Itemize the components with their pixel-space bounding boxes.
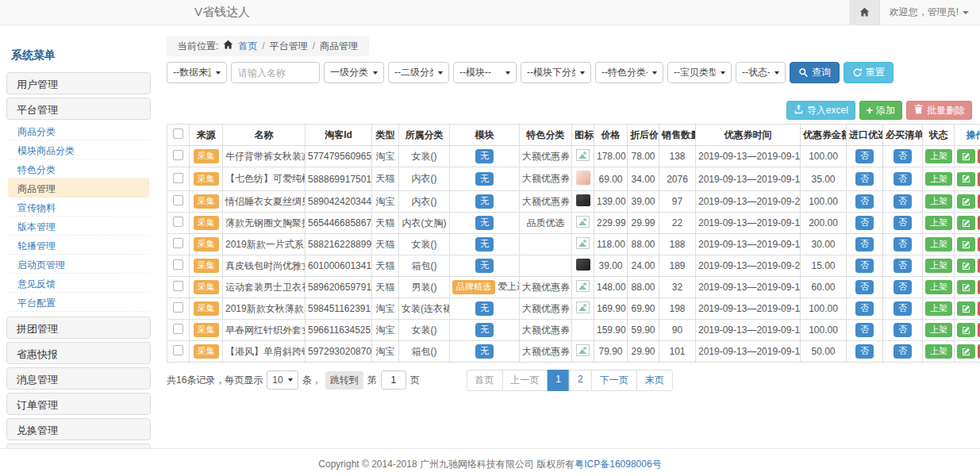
filter-select-feature[interactable]: --特色分类--: [595, 62, 663, 83]
row-checkbox[interactable]: [173, 150, 183, 160]
sidebar-item-version-manage[interactable]: 版本管理: [8, 217, 149, 236]
edit-button[interactable]: [957, 237, 975, 251]
sidebar-item-promo-material[interactable]: 宣传物料: [8, 198, 149, 217]
table-row: 采集【七色纺】可爱纯棉家...588869917501天猫内衣()无大额优惠券6…: [167, 167, 980, 191]
price-cell: 118.00: [594, 234, 628, 255]
row-checkbox[interactable]: [173, 173, 183, 183]
filter-reset-button[interactable]: 重置: [844, 62, 894, 83]
filter-select-status[interactable]: --状态--: [736, 62, 786, 83]
row-checkbox[interactable]: [173, 238, 183, 248]
source-cell: 采集: [190, 146, 223, 167]
must-buy-cell: 否: [883, 341, 923, 363]
page-size-select[interactable]: 10: [267, 370, 298, 390]
filter-name-input[interactable]: [231, 62, 320, 83]
filter-select-cat1[interactable]: 一级分类: [324, 62, 384, 83]
edit-button[interactable]: [957, 301, 975, 316]
filter-select-value: --模块--: [459, 66, 501, 79]
edit-button[interactable]: [957, 323, 975, 337]
add-button[interactable]: +添加: [859, 101, 902, 120]
imported-cell: 否: [847, 341, 883, 363]
row-actions: [957, 259, 980, 273]
row-checkbox[interactable]: [173, 259, 183, 270]
sidebar-group-order[interactable]: 订单管理: [6, 393, 151, 415]
page-1[interactable]: 1: [547, 370, 570, 391]
sidebar-item-feature-category[interactable]: 特色分类: [8, 159, 149, 178]
discount-price-cell: 39.00: [628, 191, 659, 213]
must-buy-badge: 否: [894, 194, 912, 208]
batch-delete-button[interactable]: 批量删除: [906, 101, 972, 120]
sidebar-item-feedback[interactable]: 意见反馈: [8, 274, 149, 293]
page-first[interactable]: 首页: [466, 370, 502, 391]
caret-down-icon: [438, 71, 443, 75]
category-cell: 女装(): [399, 234, 450, 255]
edit-button[interactable]: [957, 259, 975, 273]
module-none-badge: 无: [475, 149, 494, 163]
ops-cell: [955, 298, 980, 320]
sidebar-group-message[interactable]: 消息管理: [6, 367, 151, 390]
row-checkbox[interactable]: [173, 324, 183, 334]
sidebar-menu: 用户管理平台管理商品分类模块商品分类特色分类商品管理宣传物料版本管理轮播管理启动…: [6, 72, 151, 448]
row-select-cell: [167, 341, 190, 363]
row-checkbox[interactable]: [173, 195, 183, 205]
sidebar-group-users[interactable]: 用户管理: [6, 72, 151, 94]
module-cell: 无: [450, 341, 520, 363]
edit-icon: [962, 175, 970, 183]
filter-select-cat2[interactable]: --二级分类--: [388, 62, 449, 83]
feature-cell: 大额优惠券: [520, 320, 572, 341]
edit-button[interactable]: [957, 344, 975, 359]
must-buy-cell: 否: [883, 320, 923, 341]
page-next[interactable]: 下一页: [591, 370, 637, 391]
filter-select-module-sub[interactable]: --模块下分类--: [521, 62, 591, 83]
sidebar-submenu: 商品分类模块商品分类特色分类商品管理宣传物料版本管理轮播管理启动页管理意见反馈平…: [6, 120, 151, 313]
must-buy-cell: 否: [883, 298, 923, 320]
import-excel-button[interactable]: 导入excel: [786, 101, 855, 120]
sidebar-item-splash-manage[interactable]: 启动页管理: [8, 255, 149, 274]
sidebar-group-groupbuy[interactable]: 拼团管理: [6, 317, 151, 339]
filter-search-button[interactable]: 查询: [790, 62, 840, 83]
price-cell: 139.00: [594, 191, 628, 213]
module-cell: 品牌精选爱上运动: [450, 277, 520, 298]
page-prev[interactable]: 上一页: [502, 370, 548, 391]
sidebar-item-goods-manage[interactable]: 商品管理: [8, 178, 149, 198]
filter-select-module[interactable]: --模块--: [453, 62, 517, 83]
sidebar-item-goods-category[interactable]: 商品分类: [8, 121, 149, 140]
edit-button[interactable]: [957, 216, 975, 230]
row-checkbox[interactable]: [173, 281, 183, 291]
module-cell: 无: [450, 298, 520, 320]
row-checkbox[interactable]: [173, 302, 183, 313]
row-checkbox[interactable]: [173, 217, 183, 227]
icp-link[interactable]: 粤ICP备16098006号: [575, 459, 661, 470]
sidebar-item-carousel-manage[interactable]: 轮播管理: [8, 236, 149, 255]
jump-button[interactable]: 跳转到: [325, 371, 363, 390]
sidebar-group-exchange[interactable]: 兑换管理: [6, 418, 151, 440]
row-checkbox[interactable]: [173, 345, 183, 355]
imported-cell: 否: [847, 146, 883, 167]
page-last[interactable]: 末页: [636, 370, 673, 391]
feature-cell: 大额优惠券: [520, 298, 572, 320]
edit-button[interactable]: [957, 194, 975, 209]
thumbnail-cell: [572, 191, 594, 213]
edit-button[interactable]: [957, 172, 975, 186]
breadcrumb-home-link[interactable]: 首页: [238, 40, 257, 53]
filter-select-item-type[interactable]: --宝贝类型--: [667, 62, 732, 83]
edit-button[interactable]: [957, 149, 975, 163]
sidebar-item-module-goods-category[interactable]: 模块商品分类: [8, 140, 149, 159]
jump-page-input[interactable]: [381, 370, 406, 390]
ops-cell: [955, 341, 980, 363]
page-2[interactable]: 2: [569, 370, 592, 391]
edit-button[interactable]: [957, 280, 975, 294]
table-row: 采集情侣睡衣女夏丝绸男士...589042420344淘宝内衣()无大额优惠券1…: [167, 191, 980, 213]
filter-select-value: --二级分类--: [394, 66, 433, 79]
select-all-checkbox[interactable]: [173, 129, 183, 139]
user-menu[interactable]: 欢迎您，管理员!: [880, 6, 980, 19]
must-buy-badge: 否: [894, 344, 912, 358]
home-nav-button[interactable]: [850, 0, 880, 25]
sidebar-group-platform[interactable]: 平台管理: [6, 98, 151, 120]
sidebar-item-platform-config[interactable]: 平台配置: [8, 293, 149, 312]
thumbnail-cell: [572, 298, 594, 320]
feature-cell: 大额优惠券: [520, 167, 572, 191]
sidebar-group-express[interactable]: 省惠快报: [6, 342, 151, 364]
filter-select-source[interactable]: --数据来源--: [167, 62, 227, 83]
column-header: 价格: [594, 125, 628, 146]
main-content: 当前位置: 首页 / 平台管理 / 商品管理 --数据来源--一级分类--二级分…: [151, 25, 980, 448]
